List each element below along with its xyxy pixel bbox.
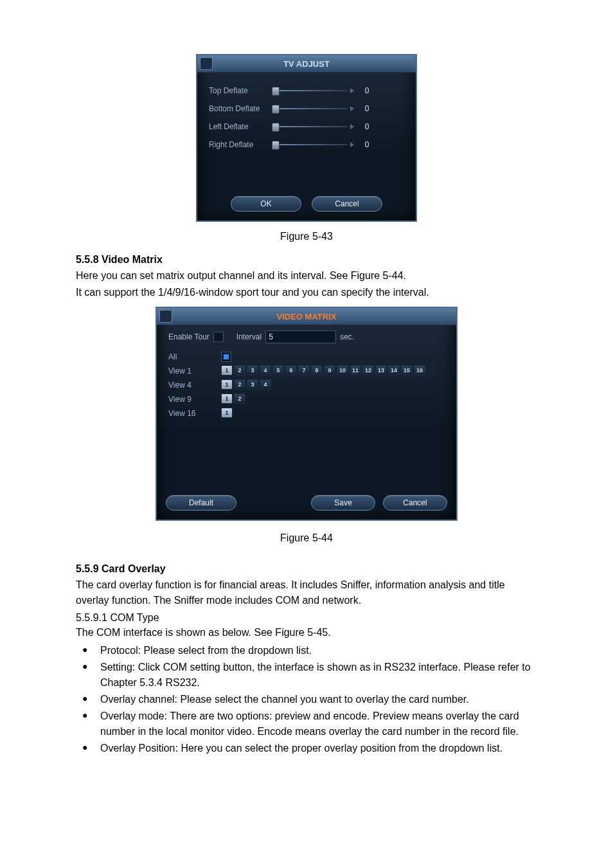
interval-unit-label: sec. — [340, 332, 354, 341]
enable-tour-row: Enable Tour Interval sec. — [168, 330, 445, 343]
view9-label: View 9 — [168, 395, 221, 404]
all-checkbox[interactable] — [221, 352, 231, 362]
bullet-item: Protocol: Please select from the dropdow… — [76, 643, 537, 658]
all-label: All — [168, 352, 221, 361]
numcell[interactable]: 1 — [221, 365, 233, 375]
tv-adjust-window: TV ADJUST Top Deflate 0 Bottom Deflate 0… — [196, 54, 417, 222]
figure-5-44-caption: Figure 5-44 — [76, 532, 537, 544]
section-5-5-8-line1: Here you can set matrix output channel a… — [76, 268, 537, 284]
left-deflate-label: Left Deflate — [209, 122, 271, 131]
bullet-item: Overlay mode: There are two options: pre… — [76, 709, 537, 739]
bottom-deflate-value: 0 — [354, 104, 380, 113]
view1-cells: 12345678910111213141516 — [221, 365, 445, 377]
numcell[interactable]: 15 — [401, 365, 413, 375]
view9-cells: 12 — [221, 393, 445, 406]
figure-5-43-caption: Figure 5-43 — [76, 231, 537, 242]
view4-row: View 4 1234 — [168, 378, 445, 392]
numcell[interactable]: 8 — [311, 365, 323, 375]
right-deflate-value: 0 — [354, 140, 380, 149]
numcell[interactable]: 11 — [350, 365, 361, 375]
video-matrix-buttons: Default Save Cancel — [157, 487, 456, 520]
numcell[interactable]: 5 — [272, 365, 284, 375]
bottom-deflate-slider[interactable] — [271, 104, 354, 113]
numcell[interactable]: 2 — [234, 393, 245, 404]
numcell[interactable]: 16 — [414, 365, 425, 375]
all-cells — [221, 352, 445, 362]
interval-label: Interval — [236, 332, 262, 341]
numcell[interactable]: 12 — [362, 365, 374, 375]
left-deflate-value: 0 — [354, 122, 380, 131]
tv-adjust-title: TV ADJUST — [197, 59, 416, 69]
numcell[interactable]: 13 — [375, 365, 387, 375]
tv-adjust-body: Top Deflate 0 Bottom Deflate 0 Left Defl… — [197, 73, 416, 163]
left-deflate-slider[interactable] — [271, 122, 354, 131]
numcell[interactable]: 4 — [260, 365, 271, 375]
view16-row: View 16 1 — [168, 406, 445, 420]
all-row: All — [168, 350, 445, 364]
top-deflate-label: Top Deflate — [209, 86, 271, 95]
enable-tour-checkbox[interactable] — [213, 332, 224, 342]
view1-label: View 1 — [168, 366, 221, 375]
view16-label: View 16 — [168, 409, 221, 418]
top-deflate-row: Top Deflate 0 — [209, 82, 404, 100]
view1-row: View 1 12345678910111213141516 — [168, 364, 445, 378]
save-button[interactable]: Save — [311, 495, 375, 511]
numcell[interactable]: 3 — [247, 379, 258, 390]
numcell[interactable]: 2 — [234, 365, 245, 375]
left-deflate-row: Left Deflate 0 — [209, 118, 404, 136]
section-5-5-9-heading: 5.5.9 Card Overlay — [76, 563, 537, 575]
numcell[interactable]: 3 — [247, 365, 258, 375]
tv-adjust-cancel-button[interactable]: Cancel — [312, 196, 382, 212]
video-matrix-window: VIDEO MATRIX Enable Tour Interval sec. A… — [155, 307, 458, 521]
tv-adjust-title-icon — [200, 57, 213, 70]
enable-tour-label: Enable Tour — [168, 332, 209, 341]
default-button[interactable]: Default — [166, 495, 236, 511]
view9-row: View 9 12 — [168, 392, 445, 406]
numcell[interactable]: 4 — [260, 379, 271, 390]
right-deflate-row: Right Deflate 0 — [209, 136, 404, 154]
bullet-item: Setting: Click COM setting button, the i… — [76, 660, 537, 691]
section-5-5-9-1-heading: 5.5.9.1 COM Type — [76, 612, 537, 624]
right-deflate-label: Right Deflate — [209, 140, 271, 149]
view4-cells: 1234 — [221, 379, 445, 392]
video-matrix-title: VIDEO MATRIX — [157, 312, 456, 321]
numcell[interactable]: 9 — [324, 365, 335, 375]
video-matrix-body: Enable Tour Interval sec. All View 1 123… — [157, 325, 456, 429]
section-5-5-8-line2: It can support the 1/4/9/16-window sport… — [76, 285, 537, 300]
top-deflate-value: 0 — [354, 86, 380, 95]
section-5-5-8-heading: 5.5.8 Video Matrix — [76, 254, 537, 266]
bottom-deflate-label: Bottom Deflate — [209, 104, 271, 113]
section-5-5-9-intro: The card overlay function is for financi… — [76, 577, 537, 608]
numcell[interactable]: 7 — [298, 365, 310, 375]
right-deflate-slider[interactable] — [271, 140, 354, 149]
numcell[interactable]: 1 — [221, 379, 233, 390]
numcell[interactable]: 14 — [388, 365, 400, 375]
tv-adjust-ok-button[interactable]: OK — [231, 196, 301, 212]
numcell[interactable]: 10 — [337, 365, 348, 375]
video-matrix-title-icon — [159, 310, 172, 323]
view16-cells: 1 — [221, 408, 445, 420]
cancel-button[interactable]: Cancel — [383, 495, 447, 511]
tv-adjust-titlebar: TV ADJUST — [197, 55, 416, 73]
bullet-item: Overlay Position: Here you can select th… — [76, 741, 537, 756]
numcell[interactable]: 1 — [221, 408, 233, 418]
tv-adjust-buttons: OK Cancel — [197, 188, 416, 221]
interval-input[interactable] — [265, 330, 336, 343]
numcell[interactable]: 6 — [285, 365, 297, 375]
top-deflate-slider[interactable] — [271, 86, 354, 95]
com-type-bullet-list: Protocol: Please select from the dropdow… — [76, 643, 537, 756]
section-5-5-9-1-line: The COM interface is shown as below. See… — [76, 625, 537, 640]
video-matrix-titlebar: VIDEO MATRIX — [157, 308, 456, 325]
numcell[interactable]: 1 — [221, 393, 233, 404]
view4-label: View 4 — [168, 381, 221, 390]
bottom-deflate-row: Bottom Deflate 0 — [209, 100, 404, 118]
bullet-item: Overlay channel: Please select the chann… — [76, 692, 537, 707]
numcell[interactable]: 2 — [234, 379, 245, 390]
